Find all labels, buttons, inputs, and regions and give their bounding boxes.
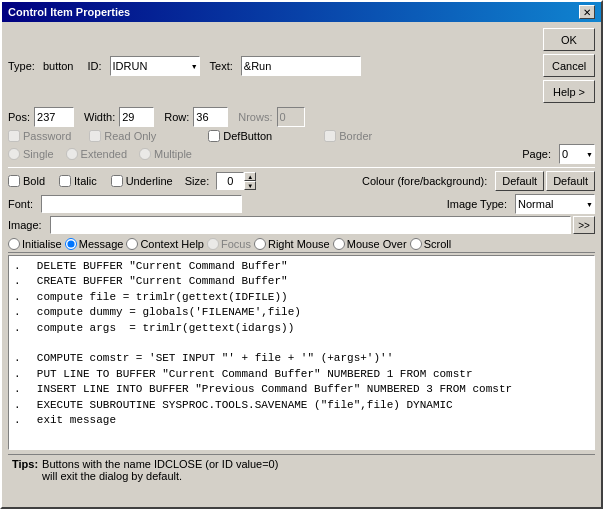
tabs-row: Initialise Message Context Help Focus Ri… — [8, 238, 595, 253]
image-type-select[interactable]: Normal — [515, 194, 595, 214]
code-line-2: . CREATE BUFFER "Current Command Buffer" — [14, 274, 589, 289]
nrows-label: Nrows: — [238, 111, 272, 123]
password-checkbox-item: Password — [8, 130, 75, 142]
code-line-1: . DELETE BUFFER "Current Command Buffer" — [14, 259, 589, 274]
code-line-4: . compute dummy = globals('FILENAME',fil… — [14, 305, 589, 320]
text-input[interactable] — [241, 56, 361, 76]
border-checkbox[interactable] — [324, 130, 336, 142]
code-line-8: . PUT LINE TO BUFFER "Current Command Bu… — [14, 367, 589, 382]
size-down-btn[interactable]: ▼ — [244, 181, 256, 190]
font-input[interactable] — [41, 195, 242, 213]
font-label: Font: — [8, 198, 33, 210]
tab-context-help-label: Context Help — [140, 238, 204, 250]
multiple-radio[interactable] — [139, 148, 151, 160]
page-select[interactable]: 0 — [559, 144, 595, 164]
code-line-5: . compute args = trimlr(gettext(idargs)) — [14, 321, 589, 336]
text-label: Text: — [210, 60, 233, 72]
tab-context-help[interactable]: Context Help — [126, 238, 204, 250]
row-label: Row: — [164, 111, 189, 123]
bold-checkbox[interactable] — [8, 175, 20, 187]
tab-right-mouse-label: Right Mouse — [268, 238, 330, 250]
bold-label: Bold — [23, 175, 45, 187]
tab-initialise-label: Initialise — [22, 238, 62, 250]
tab-mouse-over-radio[interactable] — [333, 238, 345, 250]
nrows-input[interactable] — [277, 107, 305, 127]
ok-button[interactable]: OK — [543, 28, 595, 51]
extended-radio-item: Extended — [66, 148, 131, 160]
browse-button[interactable]: >> — [573, 216, 595, 234]
bold-checkbox-item: Bold — [8, 175, 49, 187]
extended-radio[interactable] — [66, 148, 78, 160]
id-label: ID: — [88, 60, 102, 72]
tab-right-mouse[interactable]: Right Mouse — [254, 238, 330, 250]
tab-mouse-over[interactable]: Mouse Over — [333, 238, 407, 250]
code-line-11: . exit message — [14, 413, 589, 428]
italic-label: Italic — [74, 175, 97, 187]
tab-focus-radio[interactable] — [207, 238, 219, 250]
italic-checkbox-item: Italic — [59, 175, 101, 187]
italic-checkbox[interactable] — [59, 175, 71, 187]
size-input[interactable] — [216, 172, 244, 190]
tab-initialise[interactable]: Initialise — [8, 238, 62, 250]
underline-checkbox[interactable] — [111, 175, 123, 187]
tab-context-help-radio[interactable] — [126, 238, 138, 250]
close-button[interactable]: ✕ — [579, 5, 595, 19]
tab-focus[interactable]: Focus — [207, 238, 251, 250]
tab-message[interactable]: Message — [65, 238, 124, 250]
border-checkbox-item: Border — [324, 130, 376, 142]
tab-right-mouse-radio[interactable] — [254, 238, 266, 250]
colour-default-btn2[interactable]: Default — [546, 171, 595, 191]
readonly-checkbox[interactable] — [89, 130, 101, 142]
extended-label: Extended — [81, 148, 127, 160]
code-line-10: . EXECUTE SUBROUTINE SYSPROC.TOOLS.SAVEN… — [14, 398, 589, 413]
defbutton-checkbox[interactable] — [208, 130, 220, 142]
tab-focus-label: Focus — [221, 238, 251, 250]
tab-message-radio[interactable] — [65, 238, 77, 250]
code-line-3: . compute file = trimlr(gettext(IDFILE)) — [14, 290, 589, 305]
image-type-label: Image Type: — [447, 198, 507, 210]
size-up-btn[interactable]: ▲ — [244, 172, 256, 181]
single-radio[interactable] — [8, 148, 20, 160]
image-input[interactable] — [50, 216, 571, 234]
divider1 — [8, 167, 595, 168]
cancel-button[interactable]: Cancel — [543, 54, 595, 77]
border-label: Border — [339, 130, 372, 142]
multiple-label: Multiple — [154, 148, 192, 160]
multiple-radio-item: Multiple — [139, 148, 196, 160]
page-label: Page: — [522, 148, 551, 160]
tab-message-label: Message — [79, 238, 124, 250]
defbutton-label: DefButton — [223, 130, 272, 142]
tab-mouse-over-label: Mouse Over — [347, 238, 407, 250]
defbutton-checkbox-item: DefButton — [208, 130, 276, 142]
title-bar: Control Item Properties ✕ — [2, 2, 601, 22]
type-label: Type: — [8, 60, 35, 72]
single-label: Single — [23, 148, 54, 160]
code-line-9: . INSERT LINE INTO BUFFER "Previous Comm… — [14, 382, 589, 397]
window-title: Control Item Properties — [8, 6, 130, 18]
tips-area: Tips: Buttons with the name IDCLOSE (or … — [8, 454, 595, 485]
tab-scroll-radio[interactable] — [410, 238, 422, 250]
help-button[interactable]: Help > — [543, 80, 595, 103]
readonly-checkbox-item: Read Only — [89, 130, 160, 142]
tips-line2: will exit the dialog by default. — [42, 470, 278, 482]
code-editor[interactable]: . DELETE BUFFER "Current Command Buffer"… — [8, 255, 595, 450]
single-radio-item: Single — [8, 148, 58, 160]
pos-input[interactable] — [34, 107, 74, 127]
width-label: Width: — [84, 111, 115, 123]
tab-initialise-radio[interactable] — [8, 238, 20, 250]
readonly-label: Read Only — [104, 130, 156, 142]
tips-label: Tips: — [12, 458, 38, 482]
image-label: Image: — [8, 219, 42, 231]
width-input[interactable] — [119, 107, 154, 127]
row-input[interactable] — [193, 107, 228, 127]
colour-default-btn1[interactable]: Default — [495, 171, 544, 191]
main-window: Control Item Properties ✕ Type: button I… — [0, 0, 603, 509]
underline-label: Underline — [126, 175, 173, 187]
underline-checkbox-item: Underline — [111, 175, 177, 187]
id-select[interactable]: IDRUN — [110, 56, 200, 76]
password-checkbox[interactable] — [8, 130, 20, 142]
code-line-7: . COMPUTE comstr = 'SET INPUT "' + file … — [14, 351, 589, 366]
type-value: button — [43, 60, 74, 72]
password-label: Password — [23, 130, 71, 142]
tab-scroll[interactable]: Scroll — [410, 238, 452, 250]
